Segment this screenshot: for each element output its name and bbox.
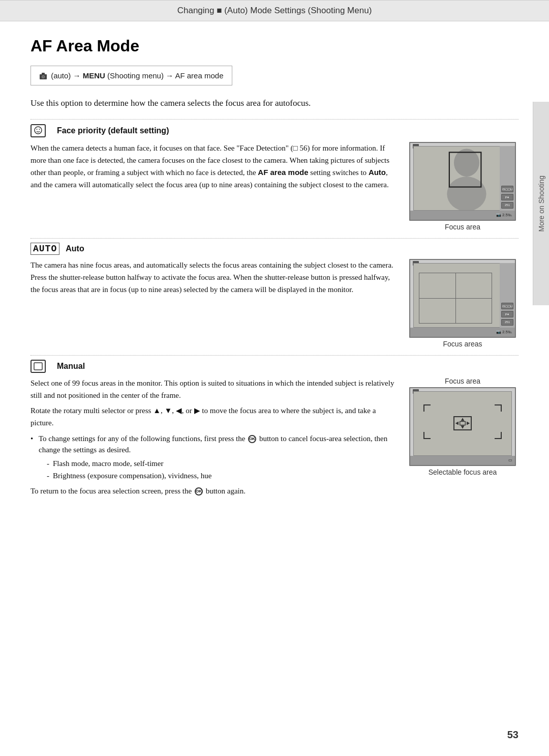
image-caption-manual-bottom: Selectable focus area <box>429 468 497 476</box>
grid-overlay <box>419 273 492 324</box>
image-caption-face: Focus area <box>445 223 480 231</box>
section-image-manual: Focus area <box>407 377 518 476</box>
lcd2-indicator1: IS◻◻U <box>501 303 513 309</box>
section-body-manual: Select one of 99 focus areas in the moni… <box>30 377 518 497</box>
lcd2-status-bar: 📷 2.5℡ <box>410 328 515 337</box>
page-number: 53 <box>507 729 518 741</box>
section-auto: AUTO Auto The camera has nine focus area… <box>30 238 518 348</box>
svg-marker-13 <box>461 418 464 421</box>
lcd1-inner <box>413 146 512 211</box>
manual-icon <box>30 360 51 373</box>
svg-point-5 <box>35 127 42 134</box>
lcd1-status-bar: 📷 2.5℡ <box>410 211 515 220</box>
lcd3-status-text: ▭ <box>508 458 512 462</box>
manual-bullet-list: To change settings for any of the follow… <box>30 433 396 482</box>
sub-bullet-list: Flash mode, macro mode, self-timer Brigh… <box>39 458 396 482</box>
nav-text: (auto) → MENU (Shooting menu) → AF area … <box>51 71 223 80</box>
svg-rect-11 <box>31 360 45 372</box>
lcd1-indicator3: 251 <box>501 202 513 209</box>
right-sidebar: More on Shooting <box>533 102 549 305</box>
manual-icon-svg <box>30 360 46 373</box>
af-area-mode-bold: AF area mode <box>258 168 308 177</box>
section-text-auto: The camera has nine focus areas, and aut… <box>30 259 396 296</box>
center-focus-box <box>453 416 472 430</box>
lcd1-right-panel: IS◻◻U P✦ 251 <box>500 146 515 211</box>
lcd2-right-panel: IS◻◻U P✦ 251 <box>500 263 515 328</box>
menu-label: MENU <box>83 71 105 80</box>
main-content: AF Area Mode (auto) → MENU (Shooting men… <box>0 21 549 525</box>
center-arrows-svg <box>454 416 471 430</box>
grid-v-line <box>455 273 456 323</box>
lcd2-indicator2: P✦ <box>501 311 513 317</box>
sub-bullet-1: Flash mode, macro mode, self-timer <box>47 458 396 470</box>
section-image-auto: IS◻◻U P✦ 251 📷 2.5℡ Focus areas <box>407 259 518 348</box>
sub-bullet-2: Brightness (exposure compensation), vivi… <box>47 470 396 482</box>
ok-icon-1: OK <box>248 435 256 443</box>
section-title-manual: Manual <box>57 362 85 371</box>
lcd2-display: IS◻◻U P✦ 251 📷 2.5℡ <box>409 259 516 338</box>
lcd3-display: ▭ <box>409 387 516 466</box>
face-body-text: When the camera detects a human face, it… <box>30 142 396 191</box>
section-manual: Manual Select one of 99 focus areas in t… <box>30 355 518 497</box>
face-priority-icon <box>30 124 51 138</box>
svg-marker-16 <box>467 421 470 425</box>
svg-marker-14 <box>461 425 464 428</box>
face-silhouette-svg <box>414 147 511 210</box>
section-header-auto: AUTO Auto <box>30 243 518 255</box>
lcd1-status-text: 📷 2.5℡ <box>496 213 512 217</box>
section-title-face: Face priority (default setting) <box>57 126 169 135</box>
lcd2-inner <box>413 263 512 328</box>
section-title-auto: Auto <box>66 244 84 253</box>
section-header-manual: Manual <box>30 360 518 373</box>
manual-body-line1: Select one of 99 focus areas in the moni… <box>30 377 396 401</box>
corner-tl <box>423 404 431 412</box>
section-body-face: When the camera detects a human face, it… <box>30 142 518 231</box>
auto-label-text: AUTO <box>30 243 59 255</box>
bullet-item-1: To change settings for any of the follow… <box>30 433 396 482</box>
camera-icon <box>39 73 47 80</box>
lcd3-inner <box>413 391 512 456</box>
section-text-manual: Select one of 99 focus areas in the moni… <box>30 377 396 497</box>
header-text: Changing ■ (Auto) Mode Settings (Shootin… <box>177 6 372 15</box>
svg-point-3 <box>43 76 44 78</box>
page: Changing ■ (Auto) Mode Settings (Shootin… <box>0 0 549 756</box>
lcd1-indicator1: IS◻◻U <box>501 186 513 192</box>
section-body-auto: The camera has nine focus areas, and aut… <box>30 259 518 348</box>
image-caption-auto: Focus areas <box>443 340 482 348</box>
lcd2-indicator3: 251 <box>501 319 513 326</box>
svg-point-8 <box>454 149 479 177</box>
nav-breadcrumb: (auto) → MENU (Shooting menu) → AF area … <box>30 66 232 85</box>
svg-point-7 <box>39 129 40 130</box>
svg-rect-12 <box>34 363 42 370</box>
corner-tr <box>495 404 502 412</box>
svg-rect-17 <box>460 421 466 425</box>
svg-point-6 <box>37 129 38 130</box>
header-bar: Changing ■ (Auto) Mode Settings (Shootin… <box>0 0 549 21</box>
manual-body-line3: To return to the focus area selection sc… <box>30 485 396 497</box>
corner-br <box>495 432 502 439</box>
auto-body-text: The camera has nine focus areas, and aut… <box>30 259 396 296</box>
section-image-face: IS◻◻U P✦ 251 📷 2.5℡ Focus area <box>407 142 518 231</box>
section-text-face: When the camera detects a human face, it… <box>30 142 396 191</box>
ok-icon-2: OK <box>195 487 203 496</box>
face-icon-svg <box>30 124 46 138</box>
lcd1-display: IS◻◻U P✦ 251 📷 2.5℡ <box>409 142 516 221</box>
lcd3-status-bar: ▭ <box>410 456 515 465</box>
sidebar-label-text: More on Shooting <box>537 176 545 232</box>
intro-text: Use this option to determine how the cam… <box>30 97 518 110</box>
svg-marker-15 <box>455 421 459 425</box>
auto-icon: AUTO <box>30 243 59 255</box>
lcd2-status-text: 📷 2.5℡ <box>496 330 512 334</box>
svg-point-9 <box>447 177 486 210</box>
page-title: AF Area Mode <box>30 37 518 55</box>
image-caption-manual-top: Focus area <box>445 377 480 385</box>
lcd1-indicator2: P✦ <box>501 194 513 200</box>
section-face-priority: Face priority (default setting) When the… <box>30 119 518 231</box>
corner-bl <box>423 432 431 439</box>
auto-bold: Auto <box>369 168 386 177</box>
svg-rect-1 <box>42 73 45 75</box>
manual-body-line2: Rotate the rotary multi selector or pres… <box>30 404 396 429</box>
section-header-face: Face priority (default setting) <box>30 124 518 138</box>
